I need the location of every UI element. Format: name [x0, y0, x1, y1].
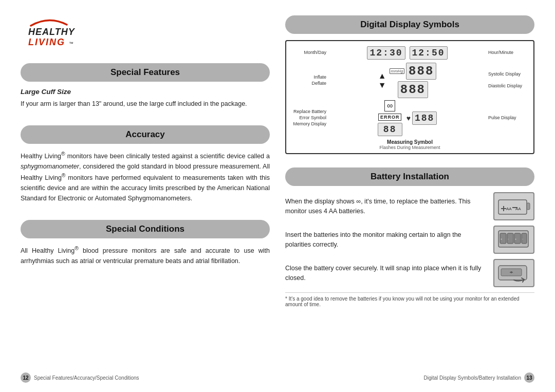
left-column: HEALTHY LIVING ™ Special Features Large …: [21, 15, 270, 382]
battery-installation-header: Battery Installation: [285, 167, 534, 186]
right-column: Digital Display Symbols Month/Day 12:30 …: [285, 15, 534, 382]
time2-display: 12:50: [410, 46, 448, 60]
battery-footnote: * It's a good idea to remove the batteri…: [285, 292, 534, 307]
main-bot-digits: 888: [398, 81, 428, 98]
month-day-label: Month/Day: [290, 50, 326, 56]
svg-rect-4: [527, 203, 530, 210]
accuracy-header: Accuracy: [21, 125, 270, 144]
svg-text:HEALTHY: HEALTHY: [28, 27, 76, 37]
hour-minute-label: Hour/Minute: [488, 50, 529, 56]
time1-display: 12:30: [367, 46, 405, 60]
footer-right-text: Digital Display Symbols/Battery Installa…: [423, 375, 521, 381]
special-conditions-body: All Healthy Living® blood pressure monit…: [21, 245, 270, 266]
memory-digits: 88: [378, 123, 402, 136]
svg-text:+: +: [515, 237, 517, 240]
battery-diagram-1: AA AA: [496, 195, 532, 218]
footer-left: 12 Special Features/Accuracy/Special Con…: [21, 372, 139, 383]
error-box: ERROR: [378, 114, 402, 121]
page-footer: 12 Special Features/Accuracy/Special Con…: [0, 372, 555, 383]
special-conditions-section: Special Conditions All Healthy Living® b…: [21, 220, 270, 275]
battery-icon: ∞: [384, 100, 395, 111]
accuracy-body: Healthy Living® monitors have been clini…: [21, 150, 270, 203]
battery-step-2-text: Insert the batteries into the monitor ma…: [285, 230, 486, 250]
digital-display-header: Digital Display Symbols: [285, 15, 534, 34]
battery-img-2: + - + -: [493, 226, 534, 254]
mmhg-label: mmHg: [390, 68, 405, 74]
special-features-section: Special Features Large Cuff Size If your…: [21, 63, 270, 118]
special-conditions-header: Special Conditions: [21, 220, 270, 238]
large-cuff-title: Large Cuff Size: [21, 88, 270, 96]
svg-text:™: ™: [69, 41, 73, 46]
battery-step-1: When the display shows ∞, it's time, to …: [285, 192, 534, 220]
battery-step-2: Insert the batteries into the monitor ma…: [285, 226, 534, 254]
battery-installation-section: Battery Installation When the display sh…: [285, 167, 534, 307]
logo: HEALTHY LIVING ™: [21, 15, 270, 54]
systolic-label: Systolic Display Diastolic Display: [488, 71, 529, 89]
svg-text:-: -: [508, 237, 509, 240]
svg-text:-: -: [522, 237, 523, 240]
accuracy-section: Accuracy Healthy Living® monitors have b…: [21, 125, 270, 213]
svg-text:AA: AA: [506, 207, 512, 211]
display-diagram: Month/Day 12:30 12:50 Hour/Minute Inflat…: [285, 40, 534, 154]
battery-steps: When the display shows ∞, it's time, to …: [285, 192, 534, 287]
page-num-right: 13: [524, 372, 534, 383]
battery-step-1-text: When the display shows ∞, it's time, to …: [285, 197, 486, 216]
measuring-section: Measuring Symbol Flashes During Measurem…: [290, 139, 529, 150]
footer-right: Digital Display Symbols/Battery Installa…: [423, 372, 534, 383]
main-top-digits: 888: [406, 63, 436, 80]
inflate-deflate-label: Inflate Deflate: [290, 74, 326, 86]
measuring-label: Measuring Symbol: [290, 139, 529, 145]
battery-diagram-3: [496, 262, 532, 285]
svg-text:AA: AA: [515, 207, 521, 211]
special-features-header: Special Features: [21, 63, 270, 82]
measuring-sub: Flashes During Measurement: [290, 145, 529, 150]
battery-img-3: [493, 259, 534, 287]
battery-step-3: Close the battery cover securely. It wil…: [285, 259, 534, 287]
logo-image: HEALTHY LIVING ™: [21, 15, 77, 49]
pulse-digits: 188: [412, 111, 437, 125]
footer-left-text: Special Features/Accuracy/Special Condit…: [34, 375, 139, 381]
battery-diagram-2: + - + -: [496, 228, 532, 251]
battery-error-label: Replace Battery Error Symbol Memory Disp…: [290, 109, 326, 127]
heart-icon: ♥: [406, 114, 411, 122]
digital-display-section: Digital Display Symbols Month/Day 12:30 …: [285, 15, 534, 160]
svg-text:+: +: [501, 237, 503, 240]
svg-text:LIVING: LIVING: [28, 37, 65, 47]
large-cuff-body: If your arm is larger than 13" around, u…: [21, 99, 270, 109]
deflate-arrow: ▼: [378, 81, 386, 90]
battery-img-1: AA AA: [493, 192, 534, 220]
page-num-left: 12: [21, 372, 31, 383]
battery-step-3-text: Close the battery cover securely. It wil…: [285, 264, 486, 283]
pulse-label: Pulse Display: [488, 115, 529, 121]
inflate-arrow: ▲: [378, 71, 386, 81]
